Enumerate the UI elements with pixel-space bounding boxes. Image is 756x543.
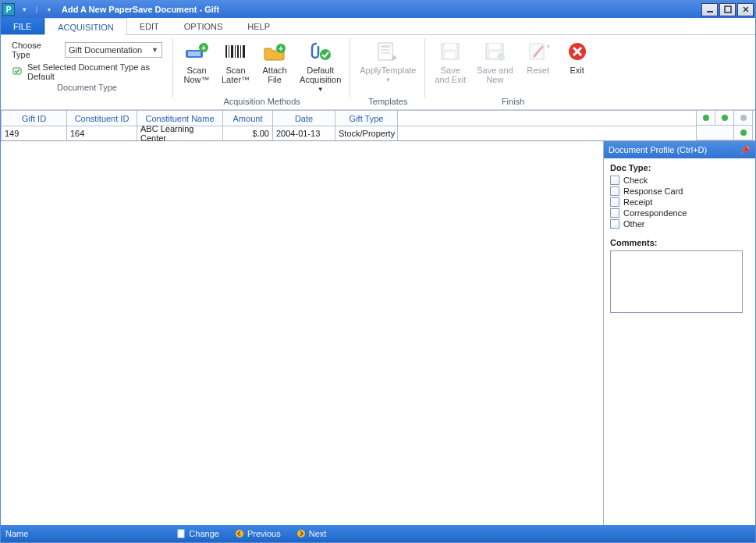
close-button[interactable] [737, 3, 754, 16]
checkbox-receipt[interactable]: Receipt [610, 197, 749, 207]
comments-input[interactable] [610, 250, 743, 313]
tab-help[interactable]: HELP [235, 18, 282, 34]
nav-down-icon[interactable] [734, 126, 753, 140]
checkbox-check[interactable]: Check [610, 176, 749, 185]
default-acquisition-button[interactable]: Default Acquisition ▼ [296, 37, 344, 96]
apply-template-button[interactable]: ApplyTemplate ▼ [357, 37, 419, 87]
document-type-select[interactable]: Gift Documentation ▼ [65, 42, 162, 58]
checkbox-icon [610, 176, 619, 185]
svg-rect-20 [381, 45, 390, 48]
svg-point-38 [740, 130, 747, 136]
group-acquisition-methods: Acquisition Methods [223, 97, 300, 108]
table-row[interactable]: 149 164 ABC Learning Center $.00 2004-01… [1, 126, 696, 140]
reset-button[interactable]: ✦ Reset [521, 37, 555, 76]
cell-amount: $.00 [223, 126, 273, 140]
svg-rect-27 [489, 44, 500, 49]
status-name: Name [5, 529, 28, 538]
svg-point-18 [320, 49, 331, 60]
choose-type-label: Choose Type [12, 41, 62, 59]
reset-icon: ✦ [526, 39, 551, 64]
cell-gift-type: Stock/Property [335, 126, 398, 140]
svg-rect-1 [725, 6, 731, 12]
group-templates: Templates [368, 97, 407, 108]
page-icon [176, 529, 186, 538]
svg-point-36 [722, 115, 728, 121]
arrow-left-icon [235, 529, 244, 538]
svg-point-37 [740, 115, 747, 121]
svg-point-40 [236, 530, 243, 538]
status-bar: Name Change Previous Next [1, 525, 755, 542]
svg-point-41 [297, 530, 305, 538]
svg-rect-0 [707, 11, 713, 12]
folder-add-icon: + [262, 39, 287, 64]
col-gift-type[interactable]: Gift Type [335, 111, 398, 126]
app-icon: P [2, 3, 15, 16]
grid-header: Gift ID Constituent ID Constituent Name … [1, 110, 696, 126]
maximize-button[interactable] [719, 3, 736, 16]
checkbox-correspondence[interactable]: Correspondence [610, 208, 749, 218]
chevron-down-icon: ▼ [385, 76, 391, 85]
svg-text:+: + [201, 44, 206, 52]
save-new-button[interactable]: Save and New [474, 37, 516, 86]
status-change-button[interactable]: Change [176, 529, 219, 538]
tab-edit[interactable]: EDIT [127, 18, 172, 34]
status-previous-button[interactable]: Previous [235, 529, 281, 538]
qat-customize-icon[interactable]: ▼ [44, 4, 55, 15]
svg-text:✦: ✦ [545, 42, 549, 51]
svg-rect-9 [225, 45, 227, 58]
scanner-now-icon: + [184, 39, 209, 64]
cell-constituent-name: ABC Learning Center [137, 126, 223, 140]
svg-rect-13 [237, 45, 239, 58]
template-icon [375, 39, 400, 64]
pin-icon[interactable]: 📌 [740, 145, 751, 155]
cell-gift-id: 149 [2, 126, 67, 140]
chevron-down-icon: ▼ [151, 46, 158, 54]
scan-later-button[interactable]: Scan Later™ [218, 37, 253, 86]
svg-point-29 [497, 53, 505, 61]
svg-rect-12 [235, 45, 236, 58]
window-title: Add A New PaperSave Document - Gift [62, 5, 219, 14]
checkbox-icon [610, 186, 619, 196]
document-type-value: Gift Documentation [69, 45, 142, 55]
ribbon: Choose Type Gift Documentation ▼ Set Sel… [1, 35, 755, 110]
save-exit-button[interactable]: Save and Exit [431, 37, 469, 86]
svg-rect-24 [445, 44, 456, 49]
document-viewer [1, 141, 603, 525]
barcode-icon [223, 39, 248, 64]
minimize-button[interactable] [701, 3, 718, 16]
arrow-right-icon [296, 529, 306, 538]
nav-up-icon[interactable] [734, 111, 753, 126]
checkbox-icon [610, 208, 619, 218]
set-default-label: Set Selected Document Type as Default [27, 62, 162, 81]
titlebar: P ▾ | ▼ Add A New PaperSave Document - G… [1, 1, 755, 18]
cell-constituent-id: 164 [67, 126, 137, 140]
svg-rect-11 [231, 45, 233, 58]
qat-separator: | [31, 4, 42, 15]
tab-acquisition[interactable]: ACQUISITION [44, 18, 127, 35]
nav-prev-icon[interactable] [715, 111, 734, 126]
exit-button[interactable]: Exit [560, 37, 595, 76]
col-date[interactable]: Date [273, 111, 335, 126]
tab-options[interactable]: OPTIONS [172, 18, 236, 34]
floppy-disk-new-icon [482, 39, 507, 64]
cell-date: 2004-01-13 [273, 126, 335, 140]
col-gift-id[interactable]: Gift ID [2, 111, 67, 126]
checkbox-other[interactable]: Other [610, 219, 749, 229]
qat-dropdown-icon[interactable]: ▾ [19, 4, 30, 15]
svg-rect-14 [240, 45, 241, 58]
ribbon-tabs: FILE ACQUISITION EDIT OPTIONS HELP [1, 18, 755, 35]
nav-first-icon[interactable] [697, 111, 715, 126]
set-default-button[interactable]: Set Selected Document Type as Default [12, 62, 162, 81]
chevron-down-icon: ▼ [318, 85, 324, 94]
set-default-icon [12, 66, 24, 78]
panel-title: Document Profile (Ctrl+D) [609, 145, 707, 154]
group-document-type: Document Type [57, 83, 117, 94]
scan-now-button[interactable]: + Scan Now™ [179, 37, 214, 86]
checkbox-response-card[interactable]: Response Card [610, 186, 749, 196]
tab-file[interactable]: FILE [1, 18, 44, 34]
col-amount[interactable]: Amount [223, 111, 273, 126]
attach-file-button[interactable]: + Attach File [257, 37, 292, 86]
col-constituent-id[interactable]: Constituent ID [67, 111, 137, 126]
checkbox-icon [610, 219, 619, 229]
status-next-button[interactable]: Next [296, 529, 327, 538]
